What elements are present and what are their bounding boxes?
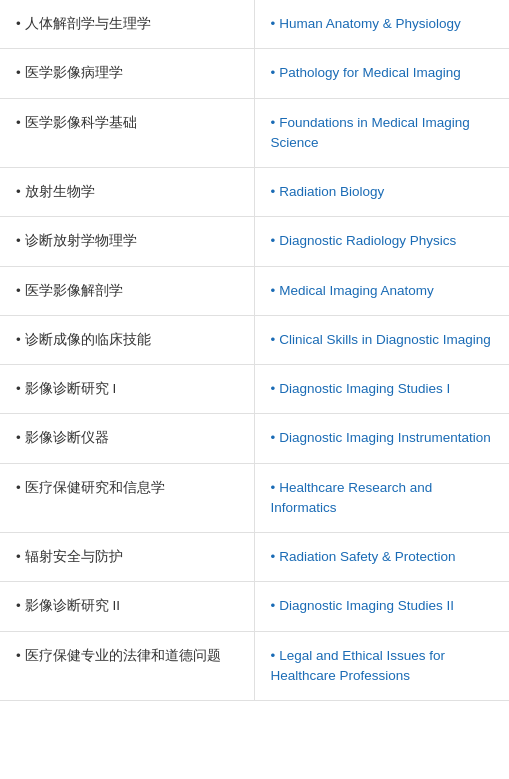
- bullet-en: •: [271, 233, 276, 248]
- bullet-cn: •: [16, 549, 21, 564]
- cn-cell: •放射生物学: [0, 168, 255, 216]
- bullet-en: •: [271, 381, 276, 396]
- bullet-cn: •: [16, 184, 21, 199]
- en-cell: •Pathology for Medical Imaging: [255, 49, 510, 97]
- table-row: •医疗保健研究和信息学•Healthcare Research and Info…: [0, 464, 509, 534]
- bullet-en: •: [271, 16, 276, 31]
- bullet-en: •: [271, 430, 276, 445]
- bullet-en: •: [271, 648, 276, 663]
- bullet-en: •: [271, 115, 276, 130]
- bullet-cn: •: [16, 332, 21, 347]
- cn-cell: •医疗保健专业的法律和道德问题: [0, 632, 255, 701]
- bullet-cn: •: [16, 283, 21, 298]
- cn-cell: •人体解剖学与生理学: [0, 0, 255, 48]
- table-row: •医疗保健专业的法律和道德问题•Legal and Ethical Issues…: [0, 632, 509, 702]
- table-row: •影像诊断研究 II•Diagnostic Imaging Studies II: [0, 582, 509, 631]
- bullet-en: •: [271, 480, 276, 495]
- table-row: •影像诊断研究 I•Diagnostic Imaging Studies I: [0, 365, 509, 414]
- cn-cell: •影像诊断研究 I: [0, 365, 255, 413]
- table-row: •医学影像病理学•Pathology for Medical Imaging: [0, 49, 509, 98]
- table-row: •放射生物学•Radiation Biology: [0, 168, 509, 217]
- table-row: •诊断放射学物理学•Diagnostic Radiology Physics: [0, 217, 509, 266]
- cn-cell: •医学影像病理学: [0, 49, 255, 97]
- en-cell: •Radiation Biology: [255, 168, 510, 216]
- bullet-en: •: [271, 184, 276, 199]
- cn-cell: •诊断成像的临床技能: [0, 316, 255, 364]
- bullet-en: •: [271, 549, 276, 564]
- bullet-cn: •: [16, 381, 21, 396]
- table-row: •医学影像解剖学•Medical Imaging Anatomy: [0, 267, 509, 316]
- bullet-cn: •: [16, 598, 21, 613]
- bullet-cn: •: [16, 233, 21, 248]
- cn-cell: •影像诊断仪器: [0, 414, 255, 462]
- en-cell: •Legal and Ethical Issues for Healthcare…: [255, 632, 510, 701]
- cn-cell: •医学影像科学基础: [0, 99, 255, 168]
- bullet-en: •: [271, 65, 276, 80]
- bullet-cn: •: [16, 115, 21, 130]
- en-cell: •Healthcare Research and Informatics: [255, 464, 510, 533]
- bullet-cn: •: [16, 16, 21, 31]
- bullet-en: •: [271, 332, 276, 347]
- en-cell: •Diagnostic Imaging Studies I: [255, 365, 510, 413]
- bullet-en: •: [271, 283, 276, 298]
- cn-cell: •诊断放射学物理学: [0, 217, 255, 265]
- en-cell: •Clinical Skills in Diagnostic Imaging: [255, 316, 510, 364]
- table-row: •影像诊断仪器•Diagnostic Imaging Instrumentati…: [0, 414, 509, 463]
- cn-cell: •医疗保健研究和信息学: [0, 464, 255, 533]
- bullet-cn: •: [16, 480, 21, 495]
- table-row: •诊断成像的临床技能•Clinical Skills in Diagnostic…: [0, 316, 509, 365]
- table-row: •医学影像科学基础•Foundations in Medical Imaging…: [0, 99, 509, 169]
- table-row: •辐射安全与防护•Radiation Safety & Protection: [0, 533, 509, 582]
- cn-cell: •影像诊断研究 II: [0, 582, 255, 630]
- en-cell: •Radiation Safety & Protection: [255, 533, 510, 581]
- en-cell: •Diagnostic Imaging Instrumentation: [255, 414, 510, 462]
- en-cell: •Human Anatomy & Physiology: [255, 0, 510, 48]
- en-cell: •Diagnostic Imaging Studies II: [255, 582, 510, 630]
- bullet-cn: •: [16, 65, 21, 80]
- course-table: •人体解剖学与生理学•Human Anatomy & Physiology•医学…: [0, 0, 509, 701]
- bullet-cn: •: [16, 648, 21, 663]
- en-cell: •Diagnostic Radiology Physics: [255, 217, 510, 265]
- en-cell: •Foundations in Medical Imaging Science: [255, 99, 510, 168]
- bullet-en: •: [271, 598, 276, 613]
- cn-cell: •辐射安全与防护: [0, 533, 255, 581]
- en-cell: •Medical Imaging Anatomy: [255, 267, 510, 315]
- table-row: •人体解剖学与生理学•Human Anatomy & Physiology: [0, 0, 509, 49]
- cn-cell: •医学影像解剖学: [0, 267, 255, 315]
- bullet-cn: •: [16, 430, 21, 445]
